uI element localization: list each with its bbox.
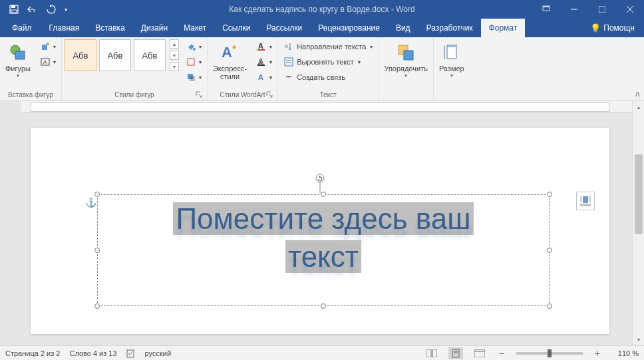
anchor-icon: ⚓ <box>85 197 96 208</box>
help-button[interactable]: 💡 Помощн <box>581 19 644 37</box>
align-text-button[interactable]: Выровнять текст▾ <box>281 55 375 69</box>
resize-handle-mr[interactable] <box>547 248 552 253</box>
minimize-button[interactable] <box>560 0 588 19</box>
svg-rect-23 <box>257 65 265 66</box>
resize-handle-ml[interactable] <box>94 248 100 253</box>
link-icon <box>283 72 294 83</box>
collapse-ribbon-button[interactable]: ᐱ <box>635 90 640 98</box>
scroll-thumb[interactable] <box>635 154 643 234</box>
svg-rect-10 <box>15 51 25 59</box>
create-link-button[interactable]: Создать связь <box>281 70 375 85</box>
window-controls <box>532 0 644 19</box>
scroll-down-button[interactable]: ▾ <box>633 333 644 345</box>
group-size: Размер ▾ <box>434 37 470 100</box>
text-outline-icon: A <box>256 57 267 67</box>
resize-handle-tr[interactable] <box>547 192 552 197</box>
draw-textbox-button[interactable]: A▾ <box>37 55 59 69</box>
horizontal-ruler[interactable] <box>21 101 632 113</box>
edit-shape-button[interactable]: ▾ <box>37 39 59 54</box>
shape-style-1[interactable]: Абв <box>65 39 96 71</box>
print-layout-button[interactable] <box>448 347 463 359</box>
close-button[interactable] <box>616 0 644 19</box>
group-insert-shapes: Фигуры ▾ ▾ A▾ Вставка фигур <box>0 37 62 100</box>
text-outline-button[interactable]: A▾ <box>253 55 275 69</box>
undo-button[interactable] <box>24 2 41 17</box>
redo-button[interactable] <box>43 2 60 17</box>
save-button[interactable] <box>5 2 23 17</box>
shape-fill-button[interactable]: ▾ <box>183 39 204 54</box>
help-label: Помощн <box>603 23 635 33</box>
svg-rect-2 <box>11 10 17 13</box>
language-status[interactable]: русский <box>145 349 171 357</box>
wordart-icon: A <box>220 41 240 65</box>
resize-handle-tm[interactable] <box>321 192 326 197</box>
gallery-scroll: ▴ ▾ ▾ <box>170 39 179 71</box>
group-text: AНаправление текста▾ Выровнять текст▾ Со… <box>278 37 379 100</box>
tab-review[interactable]: Рецензирование <box>310 19 388 37</box>
document-page[interactable]: ⚓ Поместите здесь ваш текст <box>31 128 609 334</box>
text-fill-button[interactable]: A▾ <box>253 39 275 54</box>
text-effects-button[interactable]: A▾ <box>253 70 275 85</box>
chevron-down-icon: ▾ <box>404 73 407 79</box>
gallery-up-button[interactable]: ▴ <box>170 39 179 49</box>
tab-mailings[interactable]: Рассылки <box>258 19 310 37</box>
tab-developer[interactable]: Разработчик <box>418 19 481 37</box>
gallery-more-button[interactable]: ▾ <box>170 62 179 71</box>
wordart-label: Экспресс- стили <box>213 65 247 81</box>
svg-rect-1 <box>11 5 15 8</box>
read-mode-button[interactable] <box>424 347 439 359</box>
shape-outline-button[interactable]: ▾ <box>183 55 204 69</box>
resize-handle-bl[interactable] <box>94 303 100 309</box>
resize-handle-br[interactable] <box>547 303 552 309</box>
qat-customize-button[interactable]: ▾ <box>61 2 71 17</box>
proofing-status[interactable] <box>126 349 136 358</box>
shape-styles-expand-button[interactable] <box>195 91 203 99</box>
tab-references[interactable]: Ссылки <box>214 19 258 37</box>
tab-insert[interactable]: Вставка <box>87 19 133 37</box>
svg-rect-44 <box>426 349 431 357</box>
svg-text:A: A <box>222 44 232 61</box>
layout-options-button[interactable] <box>576 192 595 210</box>
resize-handle-bm[interactable] <box>321 303 326 309</box>
wordart-quick-styles-button[interactable]: A Экспресс- стили <box>210 39 249 82</box>
text-direction-button[interactable]: AНаправление текста▾ <box>281 39 375 54</box>
word-count-status[interactable]: Слово 4 из 13 <box>69 349 116 357</box>
resize-handle-tl[interactable] <box>94 192 100 197</box>
svg-rect-21 <box>257 49 265 51</box>
tab-file[interactable]: Файл <box>3 19 41 37</box>
zoom-out-button[interactable]: − <box>496 348 507 359</box>
size-button[interactable]: Размер ▾ <box>436 39 467 80</box>
zoom-slider[interactable] <box>516 352 583 355</box>
maximize-button[interactable] <box>588 0 616 19</box>
shape-effects-button[interactable]: ▾ <box>183 70 204 85</box>
zoom-in-button[interactable]: + <box>592 348 603 359</box>
tab-layout[interactable]: Макет <box>176 19 214 37</box>
vertical-scrollbar[interactable]: ▴ ▾ <box>632 101 644 345</box>
web-layout-button[interactable] <box>472 347 487 359</box>
insert-shapes-group-label: Вставка фигур <box>3 90 59 100</box>
shapes-icon <box>9 41 27 65</box>
shape-style-3[interactable]: Абв <box>134 39 166 71</box>
svg-rect-11 <box>42 45 47 50</box>
shape-style-2[interactable]: Абв <box>99 39 131 71</box>
svg-rect-46 <box>452 349 459 357</box>
wordart-text[interactable]: Поместите здесь ваш текст <box>130 200 516 275</box>
tab-view[interactable]: Вид <box>388 19 418 37</box>
svg-text:A: A <box>43 59 47 65</box>
zoom-level[interactable]: 110 % <box>612 349 639 357</box>
page-status[interactable]: Страница 2 из 2 <box>5 349 60 357</box>
scroll-up-button[interactable]: ▴ <box>633 101 644 113</box>
arrange-button[interactable]: Упорядочить ▾ <box>381 39 430 80</box>
shapes-button[interactable]: Фигуры ▾ <box>3 39 33 80</box>
svg-rect-6 <box>599 6 605 13</box>
wordart-expand-button[interactable] <box>265 91 273 99</box>
gallery-down-button[interactable]: ▾ <box>170 51 179 60</box>
tab-design[interactable]: Дизайн <box>133 19 176 37</box>
ribbon-tabs: Файл Главная Вставка Дизайн Макет Ссылки… <box>0 19 644 37</box>
zoom-slider-thumb[interactable] <box>548 349 552 357</box>
svg-rect-49 <box>474 349 485 357</box>
ribbon-options-button[interactable] <box>532 0 560 19</box>
tab-home[interactable]: Главная <box>41 19 88 37</box>
tab-format[interactable]: Формат <box>481 19 526 37</box>
group-wordart-styles: A Экспресс- стили A▾ A▾ A▾ Стили WordArt <box>208 37 278 100</box>
